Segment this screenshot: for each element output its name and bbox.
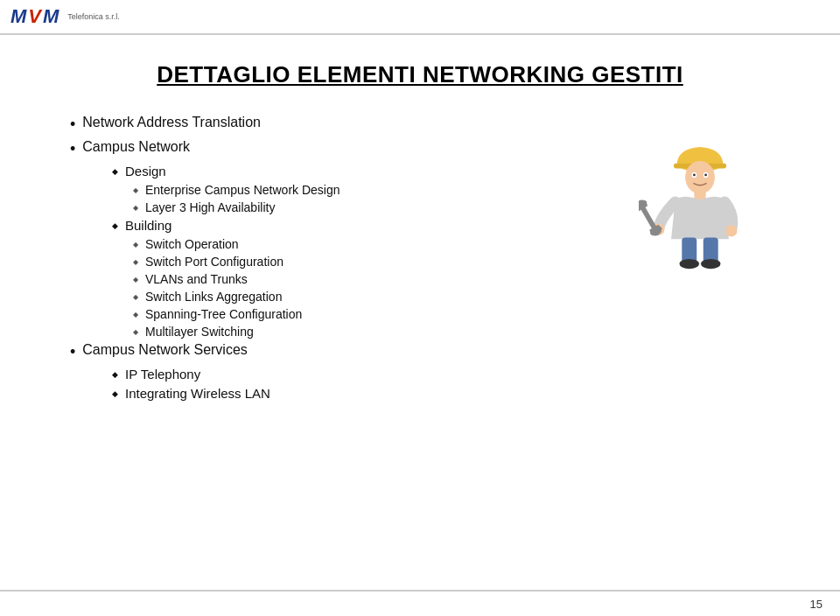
content-body: Network Address Translation Campus Netwo… xyxy=(70,115,770,405)
main-list: Network Address Translation Campus Netwo… xyxy=(70,115,612,158)
list-item-campus-label: Campus Network xyxy=(82,139,190,155)
list-item-switch-op: Switch Operation xyxy=(133,237,612,251)
worker-illustration xyxy=(639,132,761,272)
list-item-ip-telephony: IP Telephony xyxy=(112,367,612,382)
list-item-layer3-label: Layer 3 High Availability xyxy=(145,200,275,214)
list-item-ip-telephony-label: IP Telephony xyxy=(125,367,200,382)
list-item-spanning-tree-label: Spanning-Tree Configuration xyxy=(145,307,302,321)
list-item-spanning-tree: Spanning-Tree Configuration xyxy=(133,307,612,321)
svg-rect-7 xyxy=(694,192,705,200)
list-item-multilayer-label: Multilayer Switching xyxy=(145,325,254,339)
list-item-switch-links: Switch Links Aggregation xyxy=(133,290,612,304)
list-item-vlans: VLANs and Trunks xyxy=(133,272,612,286)
logo-subtitle: Telefonica s.r.l. xyxy=(67,12,120,22)
list-item-wireless: Integrating Wireless LAN xyxy=(112,386,612,401)
list-item-nat-label: Network Address Translation xyxy=(82,115,261,130)
list-item-enterprise: Enterprise Campus Network Design xyxy=(133,183,612,197)
list-item-layer3: Layer 3 High Availability xyxy=(133,200,612,214)
list-item-multilayer: Multilayer Switching xyxy=(133,325,612,339)
footer: 15 xyxy=(0,590,840,616)
list-item-building: Building xyxy=(112,218,612,233)
list-item-wireless-label: Integrating Wireless LAN xyxy=(125,386,270,401)
main-content: DETTAGLIO ELEMENTI NETWORKING GESTITI Ne… xyxy=(0,35,840,431)
logo-letter-m: M xyxy=(10,5,26,28)
page-title: DETTAGLIO ELEMENTI NETWORKING GESTITI xyxy=(70,61,770,88)
svg-point-10 xyxy=(725,225,737,236)
list-item-design-label: Design xyxy=(125,164,166,178)
image-section xyxy=(630,115,770,272)
list-item-building-label: Building xyxy=(125,218,172,233)
list-item-services-label: Campus Network Services xyxy=(82,342,248,358)
logo-letter-v: V xyxy=(28,5,41,28)
list-item-switch-op-label: Switch Operation xyxy=(145,237,239,251)
list-item-campus: Campus Network xyxy=(70,139,612,158)
list-item-enterprise-label: Enterprise Campus Network Design xyxy=(145,183,340,197)
logo-area: M V M Telefonica s.r.l. xyxy=(10,5,120,28)
list-item-switch-port-label: Switch Port Configuration xyxy=(145,255,284,269)
svg-point-2 xyxy=(685,161,715,194)
design-sublist: Enterprise Campus Network Design Layer 3… xyxy=(133,183,612,214)
services-list: Campus Network Services xyxy=(70,342,612,361)
list-item-vlans-label: VLANs and Trunks xyxy=(145,272,248,286)
page-number: 15 xyxy=(810,598,822,611)
campus-sublist: Design Enterprise Campus Network Design … xyxy=(112,164,612,339)
text-section: Network Address Translation Campus Netwo… xyxy=(70,115,612,405)
list-item-switch-links-label: Switch Links Aggregation xyxy=(145,290,282,304)
building-sublist: Switch Operation Switch Port Configurati… xyxy=(133,237,612,339)
svg-point-13 xyxy=(679,259,699,269)
mvm-logo: M V M xyxy=(10,5,59,28)
services-sublist: IP Telephony Integrating Wireless LAN xyxy=(112,367,612,401)
svg-point-6 xyxy=(704,174,707,177)
list-item-design: Design xyxy=(112,164,612,178)
logo-letter-m2: M xyxy=(43,5,59,28)
svg-point-5 xyxy=(693,174,696,177)
list-item-switch-port: Switch Port Configuration xyxy=(133,255,612,269)
header: M V M Telefonica s.r.l. xyxy=(0,0,840,35)
list-item-nat: Network Address Translation xyxy=(70,115,612,134)
list-item-services: Campus Network Services xyxy=(70,342,612,361)
svg-point-14 xyxy=(701,259,721,269)
